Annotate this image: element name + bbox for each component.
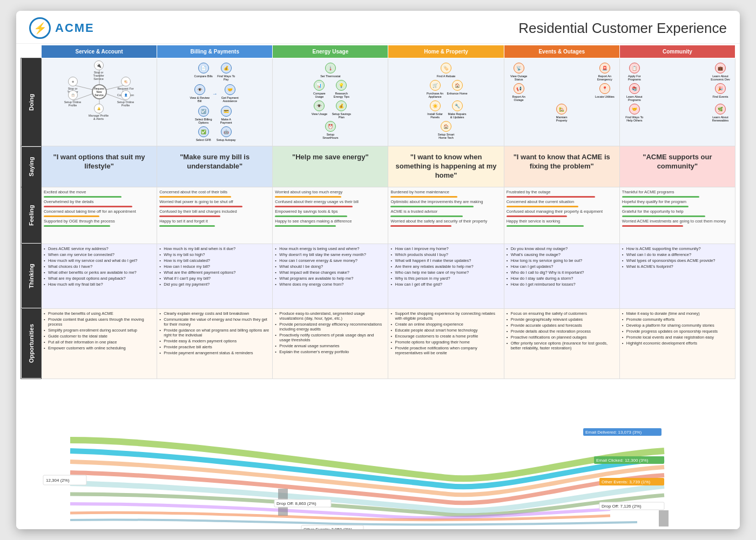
opportunities-billing: Clearly explain energy costs and bill br…	[157, 308, 273, 379]
feeling-community: Thankful for ACME programs Hopeful they …	[619, 187, 735, 244]
svg-text:Email Delivered: 13,073 (3%): Email Delivered: 13,073 (3%)	[585, 430, 642, 435]
thinking-energy: How much energy is being used and where?…	[273, 244, 388, 308]
col-header-energy: Energy Usage	[273, 45, 388, 58]
opportunities-row: Opportunities Promote the benefits of us…	[21, 308, 735, 379]
page-title: Residential Customer Experience	[518, 20, 727, 37]
saying-text-billing: "Make sure my bill is understandable"	[159, 148, 270, 176]
main-content: ⚡ ACME Residential Customer Experience	[16, 11, 740, 529]
row-label-opportunities: Opportunities	[21, 308, 42, 379]
thinking-row: Thinking Does ACME service my address? W…	[21, 244, 735, 308]
hub-node-6: 👤 Setup Online Profile	[116, 90, 136, 107]
svg-text:Drop Off: 7,126 (2%): Drop Off: 7,126 (2%)	[602, 504, 642, 509]
svg-text:Other Events: 3,739 (1%): Other Events: 3,739 (1%)	[602, 480, 651, 484]
svg-text:Other Events: 7,959 (2%): Other Events: 7,959 (2%)	[303, 527, 353, 529]
opportunities-community: Make it easy to donate (time and money) …	[619, 308, 735, 379]
svg-rect-8	[659, 510, 669, 526]
saying-text-community: "ACME supports our community"	[622, 148, 733, 176]
hub-node-1: 🔌 Stop or Transfer Service	[89, 60, 109, 80]
saying-text-events: "I want to know that ACME is fixing the …	[507, 148, 617, 176]
feeling-events: Frustrated by the outage Concerned about…	[504, 187, 619, 244]
feeling-billing: Concerned about the cost of their bills …	[157, 187, 273, 244]
saying-service: "I want options that suit my lifestyle"	[41, 146, 157, 187]
svg-text:Email Clicked: 12,300 (3%): Email Clicked: 12,300 (3%)	[596, 458, 649, 463]
feeling-home: Burdened by home maintenance Optimistic …	[388, 187, 504, 244]
page-wrapper: ⚡ ACME Residential Customer Experience	[16, 11, 740, 529]
thinking-community: How is ACME supporting the community? Wh…	[619, 244, 735, 308]
col-header-events: Events & Outages	[504, 45, 619, 58]
feeling-service: Excited about the move Overwhelmed by th…	[41, 187, 157, 244]
thinking-billing: How much is my bill and when is it due? …	[157, 244, 273, 308]
logo-text: ACME	[55, 21, 94, 35]
col-header-billing: Billing & Payments	[157, 45, 273, 58]
row-label-doing: Doing	[21, 58, 42, 146]
row-label-feeling: Feeling	[21, 187, 42, 244]
feeling-row: Feeling Excited about the move Overwhelm…	[21, 187, 735, 244]
row-label-thinking: Thinking	[21, 244, 42, 308]
opportunities-service: Promote the benefits of using ACME Provi…	[41, 308, 157, 379]
col-header-home: Home & Property	[388, 45, 504, 58]
opportunities-energy: Produce easy-to-understand, segmented us…	[273, 308, 388, 379]
service-hub-diagram: Request New Service 🔌 Stop or Transfer S…	[62, 60, 137, 123]
cx-table-wrapper: Service & Account Billing & Payments Ene…	[16, 44, 740, 380]
logo-icon: ⚡	[29, 17, 51, 39]
col-header-service: Service & Account	[41, 45, 157, 58]
doing-row: Doing	[21, 58, 735, 146]
svg-text:Drop Off: 8,863 (2%): Drop Off: 8,863 (2%)	[276, 501, 316, 506]
doing-community: 📋 Apply For Programs 💼 Learn About Econo…	[619, 58, 735, 146]
saying-row: Saying "I want options that suit my life…	[21, 146, 735, 187]
opportunities-events: Focus on ensuring the safety of customer…	[504, 308, 619, 379]
sankey-svg: 12,304 (2%) Other Events: 7,959 (2%) Dro…	[16, 424, 740, 529]
header: ⚡ ACME Residential Customer Experience	[16, 11, 740, 44]
billing-diagram: 📄 Compare Bills 💰 Find Ways To Pay	[159, 60, 270, 144]
opportunities-home: Support the shopping experience by conne…	[388, 308, 504, 379]
row-label-saying: Saying	[21, 146, 42, 187]
doing-service: Request New Service 🔌 Stop or Transfer S…	[41, 58, 157, 146]
saying-text-energy: "Help me save energy"	[275, 148, 386, 166]
thinking-events: Do you know about my outage? What's caus…	[504, 244, 619, 308]
doing-billing: 📄 Compare Bills 💰 Find Ways To Pay	[157, 58, 273, 146]
hub-center-service: Request New Service	[92, 84, 107, 99]
saying-billing: "Make sure my bill is understandable"	[157, 146, 273, 187]
thinking-home: How can I improve my home? Which product…	[388, 244, 504, 308]
svg-text:12,304 (2%): 12,304 (2%)	[46, 478, 70, 483]
thinking-service: Does ACME service my address? When can m…	[41, 244, 157, 308]
hub-node-3: 📋 Setup Online Profile	[63, 90, 83, 107]
saying-text-home: "I want to know when something is happen…	[390, 148, 501, 185]
col-header-community: Community	[619, 45, 735, 58]
saying-home: "I want to know when something is happen…	[388, 146, 504, 187]
doing-home: 🏷️ Find A Rebate 🛒 Purchase An Appliance	[388, 58, 504, 146]
logo-area: ⚡ ACME	[29, 17, 94, 39]
saying-text-service: "I want options that suit my lifestyle"	[44, 148, 154, 176]
sankey-section: 12,304 (2%) Other Events: 7,959 (2%) Dro…	[16, 424, 740, 529]
doing-events: 📡 View Outage Status 🚨 Report An Emergen…	[504, 58, 619, 146]
cx-table: Service & Account Billing & Payments Ene…	[21, 45, 735, 379]
feeling-energy: Worried about using too much energy Conf…	[273, 187, 388, 244]
saying-events: "I want to know that ACME is fixing the …	[504, 146, 619, 187]
hub-node-4: 🔔 Manage Profile & Alerts	[89, 104, 109, 120]
saying-energy: "Help me save energy"	[273, 146, 388, 187]
saying-community: "ACME supports our community"	[619, 146, 735, 187]
doing-energy: 🌡️ Set Thermostat 📊 Compare Usage	[273, 58, 388, 146]
